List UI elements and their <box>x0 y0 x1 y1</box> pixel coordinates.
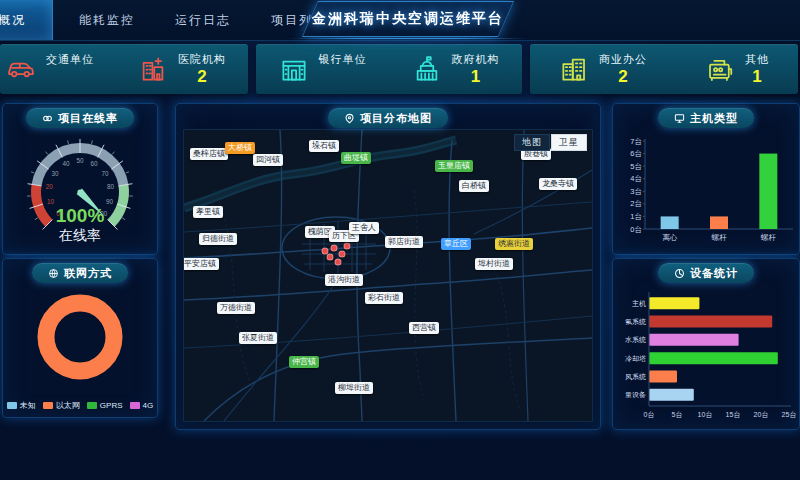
map-marker[interactable]: 曲堤镇 <box>341 152 371 164</box>
svg-text:5台: 5台 <box>672 411 683 419</box>
svg-text:螺杆: 螺杆 <box>761 233 777 242</box>
car-icon <box>6 54 36 84</box>
project-dot[interactable] <box>331 245 338 252</box>
stat-item: 其他1 <box>705 52 769 87</box>
map-marker[interactable]: 垛石镇 <box>309 140 339 152</box>
stats-icon <box>674 268 685 279</box>
panel-title: 主机类型 <box>690 111 738 126</box>
map-marker[interactable]: 港沟街道 <box>325 274 363 286</box>
map-marker[interactable]: 白桥镇 <box>459 180 489 192</box>
svg-text:风系统: 风系统 <box>625 373 646 381</box>
nav-tab-3[interactable]: 运行日志 <box>161 0 245 40</box>
map-roads <box>184 130 592 421</box>
map-marker[interactable]: 玉皇庙镇 <box>435 160 473 172</box>
map-marker[interactable]: 万德街道 <box>217 302 255 314</box>
svg-text:0台: 0台 <box>630 225 642 234</box>
panel-network-mode-header: 联网方式 <box>32 263 128 283</box>
svg-text:7台: 7台 <box>630 137 642 146</box>
svg-text:3台: 3台 <box>630 187 642 196</box>
office-icon <box>559 54 589 84</box>
map-marker[interactable]: 桑梓店镇 <box>190 148 228 160</box>
map-marker[interactable]: 绣惠街道 <box>495 238 533 250</box>
svg-text:50: 50 <box>76 157 84 164</box>
project-dot[interactable] <box>335 259 342 266</box>
legend-swatch <box>43 402 53 409</box>
project-dot[interactable] <box>339 251 346 258</box>
stat-item: 医院机构2 <box>138 52 226 87</box>
svg-text:80: 80 <box>107 183 115 190</box>
project-dot[interactable] <box>344 243 351 250</box>
nav-tab-2[interactable]: 能耗监控 <box>65 0 149 40</box>
svg-text:量设备: 量设备 <box>625 391 646 399</box>
bank-icon <box>279 54 309 84</box>
project-dot[interactable] <box>327 254 334 261</box>
map-marker[interactable]: 仲宫镇 <box>289 356 319 368</box>
legend-item[interactable]: 4G <box>130 400 154 411</box>
nav-tab-1[interactable]: 概况 <box>0 0 53 40</box>
panel-network-mode: 联网方式 未知以太网GPRS4G <box>2 258 158 418</box>
government-icon <box>412 54 442 84</box>
app-title-box: 金洲科瑞中央空调运维平台 <box>302 1 514 37</box>
svg-text:0台: 0台 <box>644 411 655 419</box>
svg-text:30: 30 <box>51 170 59 177</box>
panel-project-map: 项目分布地图 桑 <box>175 103 601 430</box>
map-marker[interactable]: 孝里镇 <box>193 206 223 218</box>
stat-item: 政府机构1 <box>412 52 500 87</box>
map-marker[interactable]: 郭店街道 <box>385 236 423 248</box>
svg-text:水系统: 水系统 <box>625 336 646 344</box>
legend-item[interactable]: 以太网 <box>43 400 80 411</box>
map-marker[interactable]: 大桥镇 <box>225 142 255 154</box>
map-marker[interactable]: 埠村街道 <box>475 258 513 270</box>
map-marker[interactable]: 平安店镇 <box>183 258 219 270</box>
map-canvas[interactable]: 桑梓店镇大桥镇回河镇垛石镇曲堤镇玉皇庙镇白桥镇殷巷镇龙桑寺镇孝里镇归德街道平安店… <box>183 129 593 422</box>
legend-item[interactable]: 未知 <box>7 400 36 411</box>
panel-title: 联网方式 <box>64 266 112 281</box>
svg-text:15台: 15台 <box>726 411 741 419</box>
legend-swatch <box>7 402 17 409</box>
svg-text:70: 70 <box>102 170 110 177</box>
stat-value: 2 <box>178 67 226 87</box>
device-stats-chart: 主机氟系统水系统冷却塔风系统量设备0台5台10台15台20台25台 <box>615 286 797 422</box>
svg-text:10: 10 <box>47 198 55 205</box>
stat-label: 其他 <box>745 52 769 67</box>
app-title-inner: 金洲科瑞中央空调运维平台 <box>303 2 513 36</box>
title-underline <box>288 38 528 39</box>
stat-label: 银行单位 <box>319 52 367 67</box>
panel-project-map-header: 项目分布地图 <box>328 108 448 128</box>
network-mode-donut <box>5 285 155 389</box>
map-marker[interactable]: 龙桑寺镇 <box>539 178 577 190</box>
map-marker[interactable]: 彩石街道 <box>365 292 403 304</box>
panel-device-stats: 设备统计 主机氟系统水系统冷却塔风系统量设备0台5台10台15台20台25台 <box>612 258 800 430</box>
map-marker[interactable]: 回河镇 <box>253 154 283 166</box>
panel-title: 项目在线率 <box>58 111 118 126</box>
svg-text:20台: 20台 <box>754 411 769 419</box>
svg-text:4台: 4台 <box>630 174 642 183</box>
map-layer-button[interactable]: 卫星 <box>551 134 587 151</box>
legend-label: 以太网 <box>56 400 80 411</box>
stat-value: 1 <box>745 67 769 87</box>
machine-icon <box>705 54 735 84</box>
project-dot[interactable] <box>322 248 329 255</box>
legend-swatch <box>87 402 97 409</box>
stat-label: 商业办公 <box>599 52 647 67</box>
stat-label: 医院机构 <box>178 52 226 67</box>
map-marker[interactable]: 柳埠街道 <box>335 382 373 394</box>
hospital-icon <box>138 54 168 84</box>
svg-text:40: 40 <box>62 160 70 167</box>
svg-text:氟系统: 氟系统 <box>625 318 646 326</box>
svg-text:离心: 离心 <box>662 233 678 242</box>
legend-item[interactable]: GPRS <box>87 400 123 411</box>
svg-text:5台: 5台 <box>630 162 642 171</box>
map-marker[interactable]: 章丘区 <box>441 238 471 250</box>
map-layer-button[interactable]: 地图 <box>514 134 550 151</box>
map-marker[interactable]: 张夏街道 <box>239 332 277 344</box>
map-marker[interactable]: 王舍人 <box>349 222 379 234</box>
map-marker[interactable]: 归德街道 <box>199 233 237 245</box>
svg-text:2台: 2台 <box>630 199 642 208</box>
dashboard-stage: 概况能耗监控运行日志项目列表视频监控 金洲科瑞中央空调运维平台 交通单位医院机构… <box>0 0 800 480</box>
svg-text:25台: 25台 <box>782 411 797 419</box>
stat-label: 交通单位 <box>46 52 94 67</box>
panel-host-type-header: 主机类型 <box>658 108 754 128</box>
map-marker[interactable]: 西营镇 <box>409 322 439 334</box>
stat-value: 2 <box>599 67 647 87</box>
